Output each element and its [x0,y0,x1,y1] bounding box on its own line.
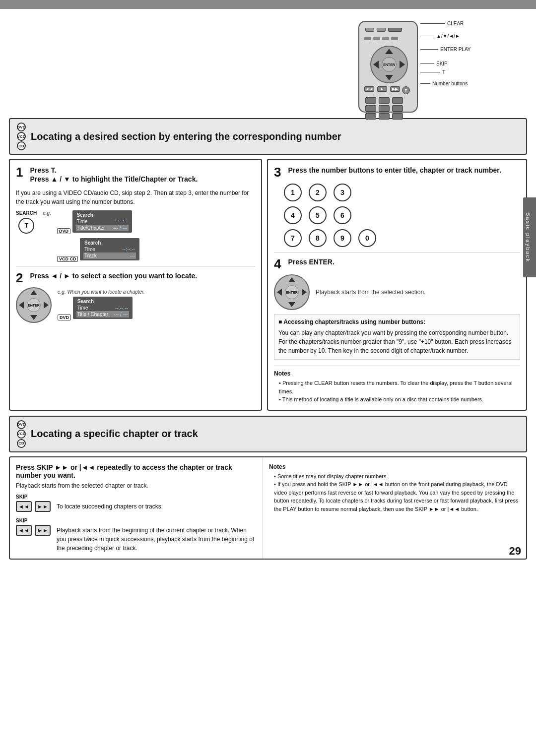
section1-notes-list: Pressing the CLEAR button resets the num… [274,379,520,404]
step3-number: 3 [274,166,281,179]
label-enter-play: ENTER PLAY [440,47,471,52]
s2-note-1: Some titles may not display chapter numb… [274,472,520,481]
search-displays: DVD Search Time--:--:-- Title/Chapter---… [57,210,139,263]
section2-subtitle: Playback starts from the selected chapte… [16,482,257,489]
note-item-1: Pressing the CLEAR button resets the num… [279,379,520,395]
s2-disc-vcd: VCD [17,430,26,439]
search-label: SEARCH [16,210,37,216]
section2-notes: Notes Some titles may not display chapte… [269,463,520,513]
right-panel: 3 Press the number buttons to enter titl… [267,159,527,411]
section2-left: Press SKIP ►► or |◄◄ repeatedly to acces… [10,457,263,559]
remote-body: ENTER ◄◄ ► ▶▶ T [358,21,418,113]
page-number: 29 [509,545,521,558]
skip-prev-1[interactable]: ◄◄ [16,501,32,512]
step4-number: 4 [274,257,281,270]
num-1: 1 [284,184,302,201]
accessing-body: You can play any chapter/track you want … [278,328,516,355]
skip-prev-2[interactable]: ◄◄ [16,525,32,536]
skip-buttons-1: ◄◄ ►► [16,501,51,512]
skip-next-1[interactable]: ►► [35,501,51,512]
skip-label-2: SKIP [16,518,51,523]
section1-header: DVD VCD CD Locating a desired section by… [9,118,527,155]
step2-number: 2 [16,271,23,284]
s2-disc-cd: CD [17,439,26,448]
disc-vcd: VCD [17,132,26,141]
skip-row2-desc: Playback starts from the beginning of th… [57,518,257,553]
top-decorative-bar [0,0,536,9]
eg-label-step1: e.g. [43,210,51,216]
num-0: 0 [358,229,376,247]
step2-title: Press ◄ / ► to select a section you want… [30,271,197,280]
section2-right: Notes Some titles may not display chapte… [263,457,526,559]
num-9: 9 [334,229,351,247]
dvd-display-wrapper: DVD Search Time--:--:-- Title/Chapter---… [57,210,139,235]
disc-dvd: DVD [17,123,26,131]
accessing-section: ■ Accessing chapters/tracks using number… [274,314,520,360]
skip-row-2: SKIP ◄◄ ►► Playback starts from the begi… [16,518,257,553]
section1-notes: Notes Pressing the CLEAR button resets t… [274,366,520,404]
section2-notes-list: Some titles may not display chapter numb… [269,472,520,513]
s2-disc-dvd: DVD [17,420,26,429]
skip-next-2[interactable]: ►► [35,525,51,536]
t-circle-button: T [18,218,34,234]
label-t: T [442,69,445,75]
dvd-search-display: Search Time--:--:-- Title/Chapter--- / -… [72,210,132,233]
step1-body: If you are using a VIDEO CD/audio CD, sk… [16,189,255,206]
skip-row-1: SKIP ◄◄ ►► To locate succeeding chapters… [16,494,257,512]
step2-right: e.g. When you want to locate a chapter. … [58,289,145,321]
vcd-search-display: Search Time--:--:-- Track--- [80,238,139,260]
s2-note-2: If you press and hold the SKIP ►► or |◄◄… [274,480,520,513]
main-content-area: 1 Press T. Press ▲ / ▼ to highlight the … [9,159,527,411]
section2-disc-icons: DVD VCD CD [17,420,26,448]
section1-notes-title: Notes [274,370,520,377]
step4-title: Press ENTER. [288,257,334,266]
skip-label-1: SKIP [16,494,51,500]
skip-buttons-2: ◄◄ ►► [16,525,51,536]
num-6: 6 [334,206,351,224]
section2-main-title: Press SKIP ►► or |◄◄ repeatedly to acces… [16,463,257,479]
skip-row1-controls: SKIP ◄◄ ►► [16,494,51,512]
label-arrows: ▲/▼/◄/► [436,33,460,39]
vcd-badge: VCD CD [57,256,78,262]
section2-header: DVD VCD CD Locating a specific chapter o… [9,416,527,452]
step2-dvd-badge: DVD [58,315,71,320]
step2-illustration: ENTER e.g. When you want to locate a cha… [16,287,255,323]
step4-illustration: ENTER Playback starts from the selected … [274,274,520,310]
section1-title: Locating a desired section by entering t… [31,131,341,142]
num-4: 4 [284,206,302,224]
label-clear: CLEAR [447,21,464,26]
num-3: 3 [334,184,351,201]
skip-row1-desc: To locate succeeding chapters or tracks. [57,494,163,511]
section2-content: Press SKIP ►► or |◄◄ repeatedly to acces… [9,456,527,560]
num-2: 2 [309,184,327,201]
num-8: 8 [309,229,327,247]
step1-number: 1 [16,166,23,179]
section2-notes-title: Notes [269,463,520,470]
t-button-diagram: SEARCH T [16,210,37,234]
step4: 4 Press ENTER. ENTER Playback [274,252,520,310]
num-7: 7 [284,229,302,247]
step4-dpad: ENTER [274,274,310,310]
num-5: 5 [309,206,327,224]
step2-dpad: ENTER [16,287,52,323]
step3: 3 Press the number buttons to enter titl… [274,166,520,247]
section1-disc-icons: DVD VCD CD [17,123,26,150]
step2-search-display: Search Time--:--:-- Title / Chapter--- /… [73,297,133,319]
left-panel: 1 Press T. Press ▲ / ▼ to highlight the … [9,159,262,411]
step3-numpad: 1 2 3 4 5 6 7 8 9 0 [284,184,520,247]
skip-row2-controls: SKIP ◄◄ ►► [16,518,51,536]
section2-wrapper: DVD VCD CD Locating a specific chapter o… [9,416,527,560]
section2-title: Locating a specific chapter or track [31,428,198,440]
accessing-title: ■ Accessing chapters/tracks using number… [278,318,516,325]
label-number-buttons: Number buttons [432,81,468,86]
step4-body: Playback starts from the selected sectio… [316,289,425,296]
step3-title: Press the number buttons to enter title,… [288,166,501,175]
vcd-display-wrapper: VCD CD Search Time--:--:-- Track--- [57,238,139,263]
disc-cd: CD [17,141,26,150]
remote-diagram-area: ENTER ◄◄ ► ▶▶ T [9,16,527,115]
label-skip: SKIP [436,61,448,66]
step2-eg-label: e.g. When you want to locate a chapter. [58,289,145,295]
note-item-2: This method of locating a title is avail… [279,395,520,404]
step1-title: Press T. Press ▲ / ▼ to highlight the Ti… [30,166,198,184]
step2: 2 Press ◄ / ► to select a section you wa… [16,266,255,323]
